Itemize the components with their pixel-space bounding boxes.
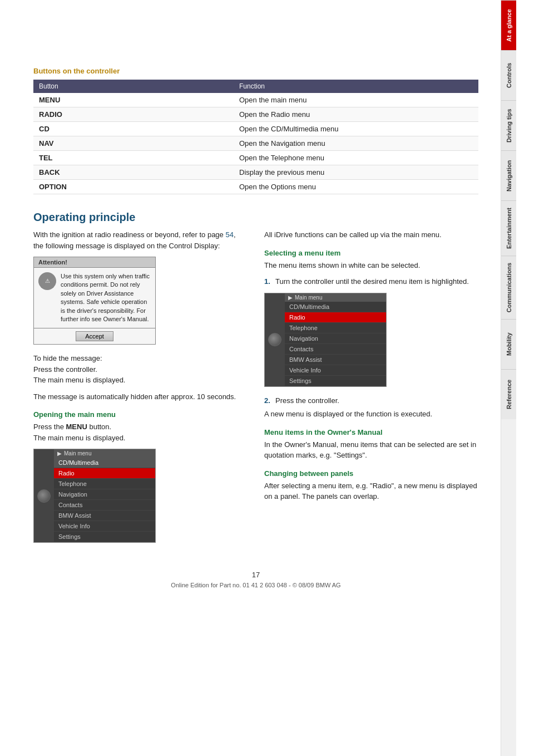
sidebar-tab-communications[interactable]: Communications [501, 256, 516, 319]
attention-accept-area: Accept [34, 328, 155, 344]
attention-box: Attention! ⚠ Use this system only when t… [33, 257, 156, 345]
attention-header: Attention! [34, 257, 155, 268]
table-cell-function: Open the Telephone menu [234, 151, 478, 165]
opening-main-menu-title: Opening the main menu [33, 410, 248, 419]
menu-knob-right [268, 333, 281, 346]
buttons-section: Buttons on the controller Button Functio… [33, 67, 478, 194]
menu-title-bar: ▶Main menu [54, 449, 155, 458]
table-row: CDOpen the CD/Multimedia menu [33, 122, 478, 136]
attention-icon: ⚠ [38, 272, 56, 290]
table-row: RADIOOpen the Radio menu [33, 107, 478, 122]
operating-principle-title: Operating principle [33, 211, 478, 224]
operating-principle-section: Operating principle With the ignition at… [33, 211, 478, 551]
after-step2-text: A new menu is displayed or the function … [264, 409, 478, 420]
menu-item-vehicleinfo: Vehicle Info [54, 521, 155, 532]
attention-text: Use this system only when traffic condit… [61, 272, 151, 323]
menu-item-right-telephone: Telephone [285, 323, 386, 333]
sidebar-tab-reference[interactable]: Reference [501, 369, 516, 419]
page-footer: 17 Online Edition for Part no. 01 41 2 6… [33, 562, 478, 597]
table-header-function: Function [234, 80, 478, 93]
page-number: 17 [33, 571, 478, 579]
attention-body: ⚠ Use this system only when traffic cond… [34, 268, 155, 328]
menu-item-telephone: Telephone [54, 479, 155, 489]
table-cell-button: NAV [33, 136, 234, 151]
accept-button[interactable]: Accept [76, 331, 113, 341]
intro-text: With the ignition at radio readiness or … [33, 229, 248, 251]
changing-panels-title: Changing between panels [264, 469, 478, 478]
opening-main-menu-text: Press the MENU button. The main menu is … [33, 421, 248, 443]
step-2-text: Press the controller. [275, 395, 339, 406]
menu-item-settings: Settings [54, 532, 155, 542]
menu-knob [37, 489, 51, 503]
menu-items-manual-title: Menu items in the Owner's Manual [264, 428, 478, 436]
right-column: All iDrive functions can be called up vi… [264, 229, 478, 551]
table-cell-button: MENU [33, 93, 234, 107]
menu-item-contacts: Contacts [54, 500, 155, 510]
table-row: TELOpen the Telephone menu [33, 151, 478, 165]
selecting-menu-item-text: The menu items shown in white can be sel… [264, 260, 478, 271]
table-row: OPTIONOpen the Options menu [33, 180, 478, 194]
buttons-section-title: Buttons on the controller [33, 67, 478, 75]
table-row: MENUOpen the main menu [33, 93, 478, 107]
menu-item-right-radio: Radio [285, 312, 386, 323]
table-cell-button: OPTION [33, 180, 234, 194]
menu-item-right-contacts: Contacts [285, 344, 386, 355]
hide-message-text: To hide the message: Press the controlle… [33, 353, 248, 386]
table-cell-button: CD [33, 122, 234, 136]
left-column: With the ignition at radio readiness or … [33, 229, 248, 551]
auto-hide-text: The message is automatically hidden afte… [33, 391, 248, 402]
table-row: BACKDisplay the previous menu [33, 165, 478, 180]
table-header-button: Button [33, 80, 234, 93]
footer-text: Online Edition for Part no. 01 41 2 603 … [33, 582, 478, 588]
table-cell-function: Open the CD/Multimedia menu [234, 122, 478, 136]
right-intro: All iDrive functions can be called up vi… [264, 229, 478, 240]
menu-item-navigation: Navigation [54, 489, 155, 500]
main-menu-screenshot-right: ▶Main menu CD/Multimedia Radio Telephone… [264, 293, 387, 387]
menu-item-radio: Radio [54, 468, 155, 479]
menu-item-right-settings: Settings [285, 376, 386, 386]
menu-item-right-vehicleinfo: Vehicle Info [285, 365, 386, 376]
menu-item-right-cdmultimedia: CD/Multimedia [285, 302, 386, 312]
menu-list-right: ▶Main menu CD/Multimedia Radio Telephone… [285, 293, 386, 386]
table-row: NAVOpen the Navigation menu [33, 136, 478, 151]
menu-item-right-navigation: Navigation [285, 333, 386, 344]
table-cell-function: Open the Radio menu [234, 107, 478, 122]
menu-item-right-bmwassist: BMW Assist [285, 355, 386, 365]
menu-knob-area [34, 449, 54, 542]
table-cell-function: Open the Options menu [234, 180, 478, 194]
sidebar-tab-mobility[interactable]: Mobility [501, 319, 516, 369]
sidebar-tab-entertainment[interactable]: Entertainment [501, 200, 516, 256]
table-cell-function: Open the main menu [234, 93, 478, 107]
page-link[interactable]: 54 [225, 230, 233, 239]
sidebar-tab-navigation[interactable]: Navigation [501, 150, 516, 200]
changing-panels-text: After selecting a menu item, e.g. "Radio… [264, 480, 478, 502]
menu-item-cdmultimedia: CD/Multimedia [54, 458, 155, 468]
menu-list-left: ▶Main menu CD/Multimedia Radio Telephone… [54, 449, 155, 542]
sidebar-tab-at-a-glance[interactable]: At a glance [501, 0, 516, 50]
table-cell-function: Open the Navigation menu [234, 136, 478, 151]
menu-items-manual-text: In the Owner's Manual, menu items that c… [264, 439, 478, 461]
table-cell-function: Display the previous menu [234, 165, 478, 180]
table-cell-button: TEL [33, 151, 234, 165]
menu-item-bmwassist: BMW Assist [54, 510, 155, 521]
sidebar-tab-controls[interactable]: Controls [501, 50, 516, 100]
step-1: 1. Turn the controller until the desired… [264, 276, 478, 287]
main-menu-screenshot-left: ▶Main menu CD/Multimedia Radio Telephone… [33, 449, 156, 543]
controller-table: Button Function MENUOpen the main menuRA… [33, 80, 478, 194]
menu-title-bar-right: ▶Main menu [285, 293, 386, 302]
sidebar-tabs: At a glance Controls Driving tips Naviga… [501, 0, 516, 756]
step-1-text: Turn the controller until the desired me… [275, 276, 469, 287]
sidebar-tab-driving-tips[interactable]: Driving tips [501, 100, 516, 150]
step-2: 2. Press the controller. [264, 395, 478, 406]
menu-knob-area-right [265, 293, 285, 386]
selecting-menu-item-title: Selecting a menu item [264, 249, 478, 257]
table-cell-button: RADIO [33, 107, 234, 122]
table-cell-button: BACK [33, 165, 234, 180]
